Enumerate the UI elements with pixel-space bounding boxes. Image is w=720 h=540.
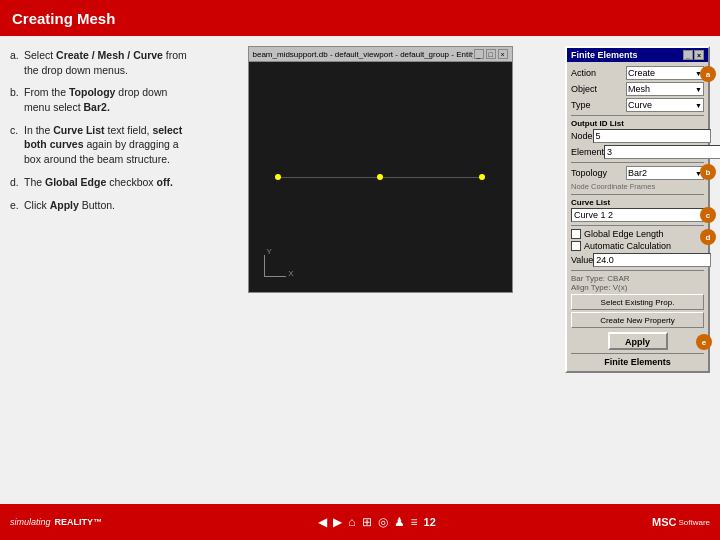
step-b: b. From the Topology drop down menu sele… bbox=[10, 83, 195, 120]
footer: simulating REALITY™ ◀ ▶ ⌂ ⊞ ◎ ♟ ≡ 12 MSC… bbox=[0, 504, 720, 540]
viewport-content: X Y bbox=[249, 62, 512, 292]
output-id-label: Output ID List bbox=[571, 119, 704, 128]
element-row: Element bbox=[571, 145, 704, 159]
action-row: Action Create ▼ bbox=[571, 66, 704, 80]
type-select[interactable]: Curve ▼ bbox=[626, 98, 704, 112]
viewport-title: beam_midsupport.db - default_viewport - … bbox=[253, 50, 473, 59]
footer-page-number: 12 bbox=[424, 516, 436, 528]
object-row: Object Mesh ▼ bbox=[571, 82, 704, 96]
global-edge-row: Global Edge Length bbox=[571, 229, 704, 239]
topology-row: Topology Bar2 ▼ b bbox=[571, 166, 704, 180]
node-label: Node bbox=[571, 131, 593, 141]
axis-indicator: X Y bbox=[264, 247, 294, 277]
viewport-minimize-button[interactable]: _ bbox=[474, 49, 484, 59]
footer-reality: REALITY™ bbox=[55, 517, 103, 527]
global-edge-label: Global Edge Length bbox=[584, 229, 664, 239]
y-axis-label: Y bbox=[267, 247, 272, 256]
footer-nav-bar[interactable]: ≡ bbox=[411, 515, 418, 529]
footer-center: ◀ ▶ ⌂ ⊞ ◎ ♟ ≡ 12 bbox=[318, 515, 436, 529]
value-row: Value bbox=[571, 253, 704, 267]
footer-nav-circle[interactable]: ◎ bbox=[378, 515, 388, 529]
type-row: Type Curve ▼ bbox=[571, 98, 704, 112]
beam-dot-right bbox=[479, 174, 485, 180]
topology-label: Topology bbox=[571, 168, 626, 178]
bar-type-row: Bar Type: CBAR Align Type: V(x) bbox=[571, 274, 704, 292]
element-input[interactable] bbox=[604, 145, 720, 159]
fe-close-button[interactable]: × bbox=[694, 50, 704, 60]
global-edge-checkbox[interactable] bbox=[571, 229, 581, 239]
footer-simulating: simulating bbox=[10, 517, 51, 527]
footer-nav-person[interactable]: ♟ bbox=[394, 515, 405, 529]
element-label: Element bbox=[571, 147, 604, 157]
step-d: d. The Global Edge checkbox off. bbox=[10, 173, 195, 196]
type-label: Type bbox=[571, 100, 626, 110]
page-header: Creating Mesh bbox=[0, 0, 720, 36]
auto-calc-checkbox[interactable] bbox=[571, 241, 581, 251]
value-label: Value bbox=[571, 255, 593, 265]
fe-panel: Finite Elements _ × a Action Create ▼ bbox=[565, 46, 710, 373]
viewport-close-button[interactable]: × bbox=[498, 49, 508, 59]
badge-a: a bbox=[700, 66, 716, 82]
badge-d: d bbox=[700, 229, 716, 245]
topology-select[interactable]: Bar2 ▼ bbox=[626, 166, 704, 180]
node-row: Node bbox=[571, 129, 704, 143]
page-title: Creating Mesh bbox=[12, 10, 115, 27]
instructions-panel: a. Select Create / Mesh / Curve from the… bbox=[10, 46, 195, 494]
separator-5 bbox=[571, 270, 704, 271]
apply-button[interactable]: Apply bbox=[608, 332, 668, 350]
beam-dot-left bbox=[275, 174, 281, 180]
curve-list-container: c bbox=[571, 208, 704, 222]
bar-type-label: Bar Type: CBAR bbox=[571, 274, 704, 283]
object-label: Object bbox=[571, 84, 626, 94]
footer-right: MSC Software bbox=[652, 516, 710, 528]
value-input[interactable] bbox=[593, 253, 711, 267]
action-select[interactable]: Create ▼ bbox=[626, 66, 704, 80]
badge-b: b bbox=[700, 164, 716, 180]
object-select[interactable]: Mesh ▼ bbox=[626, 82, 704, 96]
footer-nav-grid[interactable]: ⊞ bbox=[362, 515, 372, 529]
separator-3 bbox=[571, 194, 704, 195]
select-existing-prop-button[interactable]: Select Existing Prop. bbox=[571, 294, 704, 310]
step-e: e. Click Apply Button. bbox=[10, 196, 195, 219]
software-label: Software bbox=[678, 518, 710, 527]
fe-panel-title: Finite Elements _ × bbox=[567, 48, 708, 62]
separator-1 bbox=[571, 115, 704, 116]
global-edge-container: Global Edge Length Automatic Calculation… bbox=[571, 229, 704, 251]
fe-bottom-label: Finite Elements bbox=[571, 357, 704, 367]
separator-4 bbox=[571, 225, 704, 226]
msc-logo: MSC bbox=[652, 516, 676, 528]
viewport-window: beam_midsupport.db - default_viewport - … bbox=[248, 46, 513, 293]
badge-c: c bbox=[700, 207, 716, 223]
align-type-label: Align Type: V(x) bbox=[571, 283, 704, 292]
action-label: Action bbox=[571, 68, 626, 78]
viewport-maximize-button[interactable]: □ bbox=[486, 49, 496, 59]
badge-e: e bbox=[696, 334, 712, 350]
viewport-titlebar: beam_midsupport.db - default_viewport - … bbox=[249, 47, 512, 62]
apply-container: Apply e bbox=[571, 332, 704, 350]
footer-nav-arrow-left[interactable]: ◀ bbox=[318, 515, 327, 529]
viewport-title-buttons: _ □ × bbox=[474, 49, 508, 59]
curve-list-header: Curve List bbox=[571, 198, 704, 207]
object-select-arrow: ▼ bbox=[695, 86, 702, 93]
type-select-arrow: ▼ bbox=[695, 102, 702, 109]
x-axis-label: X bbox=[288, 269, 293, 278]
footer-nav-arrow-right[interactable]: ▶ bbox=[333, 515, 342, 529]
beam-dot-center bbox=[377, 174, 383, 180]
step-a: a. Select Create / Mesh / Curve from the… bbox=[10, 46, 195, 83]
auto-calc-row: Automatic Calculation bbox=[571, 241, 704, 251]
node-coord-label: Node Coordinate Frames bbox=[571, 182, 704, 191]
auto-calc-label: Automatic Calculation bbox=[584, 241, 671, 251]
footer-left: simulating REALITY™ bbox=[10, 517, 102, 527]
viewport-area: beam_midsupport.db - default_viewport - … bbox=[205, 46, 555, 494]
fe-minimize-button[interactable]: _ bbox=[683, 50, 693, 60]
node-input[interactable] bbox=[593, 129, 711, 143]
footer-nav-home[interactable]: ⌂ bbox=[348, 515, 355, 529]
separator-2 bbox=[571, 162, 704, 163]
create-new-property-button[interactable]: Create New Property bbox=[571, 312, 704, 328]
separator-6 bbox=[571, 353, 704, 354]
fe-panel-container: Finite Elements _ × a Action Create ▼ bbox=[565, 46, 710, 494]
fe-title-buttons: _ × bbox=[683, 50, 704, 60]
main-content: a. Select Create / Mesh / Curve from the… bbox=[0, 36, 720, 504]
step-c: c. In the Curve List text field, select … bbox=[10, 121, 195, 173]
curve-list-input[interactable] bbox=[571, 208, 704, 222]
